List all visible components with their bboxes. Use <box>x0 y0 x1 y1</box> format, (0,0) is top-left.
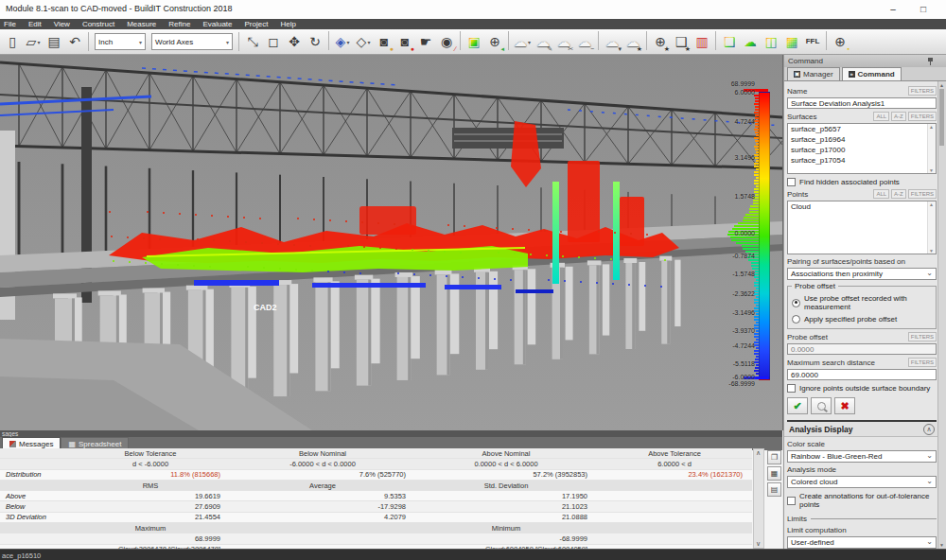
surfaces-filters-button[interactable]: FILTERS <box>908 112 937 121</box>
compare-image-button[interactable]: ▣ <box>464 31 483 52</box>
menu-edit[interactable]: Edit <box>28 20 42 28</box>
max-search-filters-button[interactable]: FILTERS <box>908 358 937 367</box>
list-scrollbar[interactable] <box>927 201 936 254</box>
rotate-view-button[interactable]: ↻ <box>306 31 324 52</box>
new-document-button[interactable]: ▯ <box>3 31 22 52</box>
title-bar: Module 8.1-scan to CAD-moved - BuildIT C… <box>0 0 946 20</box>
analysis-mode-select[interactable]: Colored cloud <box>787 476 937 488</box>
maximize-button[interactable]: □ <box>912 2 935 17</box>
colorize-cloud-button[interactable]: ☁ <box>741 31 760 52</box>
analysis-display-header[interactable]: Analysis Display ∧ <box>784 422 939 437</box>
color-scale-label: Color scale <box>787 440 825 448</box>
menu-evaluate[interactable]: Evaluate <box>202 20 232 28</box>
points-filters-button[interactable]: FILTERS <box>908 189 937 199</box>
alignment-target-button[interactable]: ⊕◂ <box>485 31 504 52</box>
table-row: Above19.66199.535317.1950 <box>0 491 752 501</box>
specified-offset-radio[interactable] <box>792 315 800 324</box>
surface-star-button[interactable]: ❑★ <box>672 31 691 52</box>
menu-file[interactable]: File <box>4 20 16 28</box>
save-document-button[interactable]: ▤ <box>44 31 63 52</box>
zoom-dynamic-button[interactable]: ⤡ <box>243 31 262 52</box>
minimize-button[interactable]: – <box>882 2 904 17</box>
probe-target-button[interactable]: ⊕▪ <box>831 31 850 52</box>
edit-cloud-button[interactable]: ☁✎ <box>534 31 552 52</box>
snapshot-button[interactable]: ◙● <box>375 31 394 52</box>
menu-project[interactable]: Project <box>245 20 269 28</box>
grid-button[interactable]: ▦ <box>767 466 781 481</box>
pan-view-button[interactable]: ✥ <box>285 31 304 52</box>
name-filters-button[interactable]: FILTERS <box>908 86 937 96</box>
recorded-offset-radio[interactable] <box>792 299 800 307</box>
panel-scrollbar[interactable] <box>937 81 946 549</box>
surfaces-all-button[interactable]: ALL <box>873 112 889 121</box>
cancel-button[interactable]: ✖ <box>834 397 855 414</box>
analysis-name-input[interactable]: Surface Deviation Analysis1 <box>787 97 937 109</box>
points-list[interactable]: Cloud <box>787 201 937 254</box>
menu-refine[interactable]: Refine <box>168 20 190 28</box>
pin-icon[interactable] <box>928 58 933 65</box>
probe-offset-input[interactable]: 0.0000 <box>787 343 937 355</box>
deviation-grid-button[interactable]: ▦ <box>782 31 801 52</box>
points-az-button[interactable]: A-Z <box>891 189 906 199</box>
apply-button[interactable]: ✔ <box>787 397 808 414</box>
zoom-window-button[interactable]: ◻ <box>264 31 283 52</box>
display-mode-button[interactable]: ◇▾ <box>354 31 373 52</box>
find-hidden-checkbox[interactable] <box>787 178 796 186</box>
collapse-icon[interactable]: ∧ <box>923 424 935 435</box>
list-item[interactable]: surface_p17000 <box>788 145 936 155</box>
hide-object-button[interactable]: ◉∕ <box>437 31 456 52</box>
toolbar-separator <box>598 31 599 50</box>
filter-cloud-button[interactable]: ☁▾ <box>603 31 622 52</box>
list-item[interactable]: surface_p5657 <box>788 124 936 134</box>
list-scrollbar[interactable] <box>927 124 936 173</box>
max-search-input[interactable]: 69.0000 <box>787 369 937 380</box>
ffl-button[interactable]: FFL <box>803 31 822 52</box>
viewport-3d[interactable]: CAD2 68.99996.00004.72443.14961.57480.00… <box>0 55 783 430</box>
pairing-select[interactable]: Associations then proximity <box>787 268 937 280</box>
tab-command[interactable]: »Command <box>842 67 902 80</box>
menu-measure[interactable]: Measure <box>127 20 156 28</box>
tab-manager[interactable]: ▣Manager <box>787 67 840 80</box>
chevron-down-icon: ▾ <box>528 39 531 45</box>
points-all-button[interactable]: ALL <box>873 189 889 199</box>
favorite-cloud-button[interactable]: ☁★ <box>623 31 642 52</box>
table-cell: 21.4554 <box>71 513 230 521</box>
table-cell: 21.0888 <box>415 513 597 521</box>
surfaces-list[interactable]: surface_p5657surface_p16964surface_p1700… <box>787 123 937 174</box>
cloud-tools-button[interactable]: ☁▾ <box>513 31 532 52</box>
undo-button[interactable]: ↶ <box>65 31 84 52</box>
menu-help[interactable]: Help <box>280 20 295 28</box>
scale-tick-label: -3.9370 <box>732 327 755 334</box>
record-snapshot-button[interactable]: ◙● <box>395 31 414 52</box>
axes-select[interactable]: World Axes▾ <box>151 33 233 50</box>
open-document-button[interactable]: ▱▾ <box>24 31 43 52</box>
list-item[interactable]: Cloud <box>788 201 936 212</box>
menu-construct[interactable]: Construct <box>82 20 114 28</box>
unit-select[interactable]: Inch▾ <box>95 33 146 50</box>
preview-button[interactable] <box>811 397 832 414</box>
subtract-cloud-button[interactable]: ☁− <box>575 31 594 52</box>
colorize-surface-button[interactable]: ❑ <box>720 31 739 52</box>
surfaces-az-button[interactable]: A-Z <box>891 112 906 121</box>
table-cell: 68.9999 <box>71 534 230 543</box>
print-button[interactable]: ▤ <box>767 482 781 497</box>
scrollbar-thumb[interactable] <box>939 89 944 146</box>
table-scrollbar[interactable] <box>753 448 764 549</box>
list-item[interactable]: surface_p17054 <box>788 155 936 166</box>
ignore-outside-checkbox[interactable] <box>787 384 796 393</box>
annotations-checkbox[interactable] <box>787 497 796 505</box>
view-orientation-button[interactable]: ◈▾ <box>333 31 352 52</box>
copy-button[interactable]: ❐ <box>767 450 781 464</box>
limit-computation-select[interactable]: User-defined <box>787 536 937 549</box>
target-star-button[interactable]: ⊕★ <box>651 31 670 52</box>
color-scale-select[interactable]: Rainbow - Blue-Green-Red <box>787 450 937 463</box>
deviation-stats-table: Below ToleranceBelow NominalAbove Nomina… <box>0 448 752 549</box>
deviation-compare-button[interactable]: ◫ <box>762 31 780 52</box>
pick-object-button[interactable]: ☛ <box>416 31 435 52</box>
inspection-comb-button[interactable]: ▥ <box>692 31 711 52</box>
scale-tick-label: 68.9999 <box>731 80 755 87</box>
cut-cloud-button[interactable]: ☁✂ <box>554 31 573 52</box>
probe-offset-filters-button[interactable]: FILTERS <box>908 332 937 341</box>
menu-view[interactable]: View <box>54 20 70 28</box>
list-item[interactable]: surface_p16964 <box>788 134 936 145</box>
